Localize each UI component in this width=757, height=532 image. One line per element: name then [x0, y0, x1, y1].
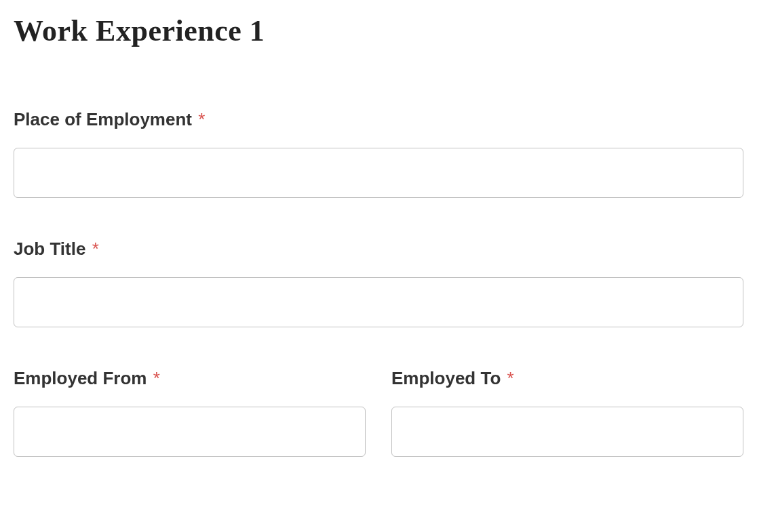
- label-text: Place of Employment: [14, 109, 192, 129]
- employed-to-input[interactable]: [391, 407, 743, 457]
- place-of-employment-input[interactable]: [14, 148, 743, 198]
- job-title-input[interactable]: [14, 277, 743, 327]
- place-of-employment-group: Place of Employment *: [14, 109, 743, 198]
- required-mark: *: [92, 239, 99, 259]
- employed-from-label: Employed From *: [14, 368, 366, 389]
- job-title-group: Job Title *: [14, 239, 743, 327]
- label-text: Employed From: [14, 368, 147, 388]
- required-mark: *: [198, 109, 205, 129]
- required-mark: *: [507, 368, 514, 388]
- place-of-employment-label: Place of Employment *: [14, 109, 743, 130]
- label-text: Employed To: [391, 368, 501, 388]
- employment-dates-row: Employed From * Employed To *: [14, 368, 743, 457]
- employed-from-input[interactable]: [14, 407, 366, 457]
- section-title: Work Experience 1: [14, 14, 743, 48]
- employed-to-group: Employed To *: [391, 368, 743, 457]
- label-text: Job Title: [14, 239, 85, 259]
- required-mark: *: [153, 368, 160, 388]
- employed-from-group: Employed From *: [14, 368, 366, 457]
- job-title-label: Job Title *: [14, 239, 743, 260]
- employed-to-label: Employed To *: [391, 368, 743, 389]
